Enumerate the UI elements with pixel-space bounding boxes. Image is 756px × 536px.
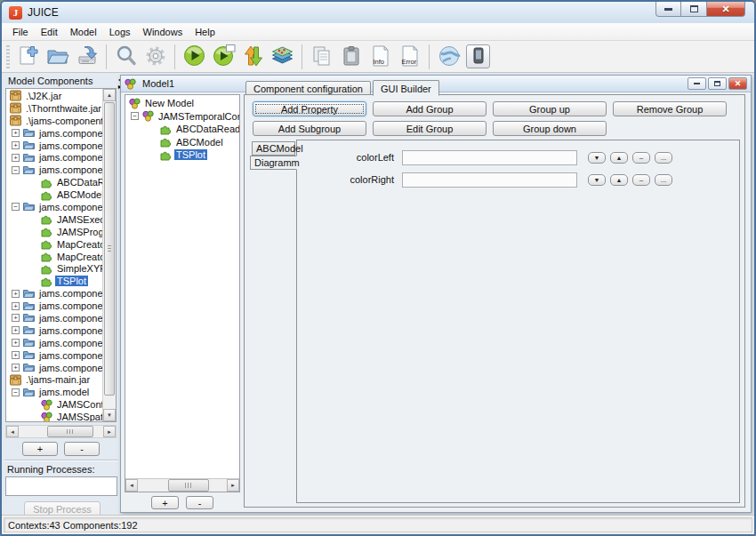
running-processes-list[interactable] [5, 476, 117, 496]
tree-item-j2k-jar[interactable]: .\J2K.jar [6, 90, 102, 102]
tree-item-jams-componen[interactable]: +jams.componen [6, 349, 102, 362]
colorright-input[interactable] [402, 172, 577, 188]
tree-item-jamsexecin[interactable]: JAMSExecIn [6, 213, 102, 226]
tree-item-jamsconte[interactable]: JAMSConte [6, 398, 102, 411]
model-remove-button[interactable]: - [186, 496, 213, 509]
move-down-button[interactable]: ▼ [588, 152, 606, 164]
copy-button[interactable] [307, 44, 336, 70]
model-add-button[interactable]: + [151, 496, 179, 509]
expand-icon[interactable]: + [12, 290, 20, 298]
tree-item-new-model[interactable]: New Model [125, 97, 239, 110]
add-property-button[interactable]: Add Property [253, 101, 366, 116]
toolbar-grip[interactable] [6, 45, 10, 68]
menu-edit[interactable]: Edit [35, 24, 64, 40]
move-up-button[interactable]: ▲ [610, 174, 628, 186]
expand-icon[interactable]: + [12, 302, 20, 310]
paste-button[interactable] [336, 44, 366, 70]
scroll-up-icon[interactable]: ▲ [103, 89, 116, 101]
colorleft-input[interactable] [402, 150, 577, 165]
maximize-button[interactable] [681, 2, 707, 17]
collapse-icon[interactable]: − [12, 388, 20, 396]
tree-item-jams-componen[interactable]: +jams.componen [6, 287, 102, 300]
expand-icon[interactable]: + [12, 154, 20, 162]
tree-item-jams-componen[interactable]: −jams.componen [6, 164, 102, 176]
update-arrows-button[interactable] [238, 44, 268, 70]
collapse-icon[interactable]: − [12, 166, 20, 174]
scroll-left-icon[interactable]: ◄ [6, 426, 19, 437]
group-down-button[interactable]: Group down [493, 121, 607, 136]
expand-icon[interactable]: + [12, 351, 20, 359]
tree-item-jams-componen[interactable]: +jams.componen [6, 312, 102, 324]
tree-item-jams-model[interactable]: −jams.model [6, 386, 102, 398]
add-subgroup-button[interactable]: Add Subgroup [253, 121, 366, 136]
add-component-button[interactable]: + [22, 442, 58, 456]
tree-item-jamsspatia[interactable]: JAMSSpatia [6, 411, 102, 421]
menu-model[interactable]: Model [64, 24, 103, 40]
expand-icon[interactable]: + [12, 364, 20, 372]
menu-help[interactable]: Help [189, 24, 221, 40]
tree-item-abcdatareader[interactable]: ABCDataReader [125, 123, 239, 136]
tree-item-mapcreator[interactable]: MapCreator [6, 238, 102, 251]
run-model-gui-button[interactable] [209, 44, 238, 70]
run-model-button[interactable] [180, 44, 209, 70]
tree-item-jamstemporalcontext[interactable]: −JAMSTemporalContext [125, 110, 239, 124]
search-button[interactable] [111, 44, 141, 70]
info-log-button[interactable]: Info [366, 44, 395, 70]
tree-item-jams-components[interactable]: .\jams-components [6, 115, 102, 127]
components-tree-hscrollbar[interactable]: ◄ ► [5, 425, 117, 438]
remove-button[interactable]: – [632, 152, 650, 164]
open-model-button[interactable] [43, 44, 72, 70]
tab-gui-builder[interactable]: GUI Builder [373, 80, 439, 96]
web-button[interactable] [434, 44, 463, 70]
group-up-button[interactable]: Group up [493, 101, 607, 116]
tree-item-mapcreator[interactable]: MapCreator [6, 251, 102, 263]
hscroll-thumb[interactable] [47, 426, 93, 437]
expand-icon[interactable]: + [12, 326, 20, 334]
side-tab-diagramm[interactable]: Diagramm [250, 156, 297, 170]
tree-item-jams-componen[interactable]: +jams.componen [6, 127, 102, 140]
scroll-down-icon[interactable]: ▼ [103, 409, 116, 421]
tab-component-configuration[interactable]: Component configuration [245, 81, 371, 95]
model-tree-hscrollbar[interactable]: ◄ ► [125, 478, 239, 492]
edit-button[interactable]: ... [655, 152, 672, 164]
scroll-right-icon[interactable]: ► [227, 479, 239, 492]
tree-item-abcmodel[interactable]: ABCModel [125, 136, 239, 149]
tree-item-abcmodel[interactable]: ABCModel [6, 188, 102, 201]
expand-icon[interactable]: + [12, 129, 20, 137]
remove-component-button[interactable]: - [64, 442, 100, 456]
tree-item-simplexyplo[interactable]: SimpleXYPlo [6, 262, 102, 275]
move-down-button[interactable]: ▼ [588, 174, 606, 186]
menu-windows[interactable]: Windows [137, 24, 189, 40]
edit-button[interactable]: ... [655, 174, 672, 186]
expand-icon[interactable]: + [12, 314, 20, 322]
tree-item-jamsprogre[interactable]: JAMSProgre [6, 226, 102, 238]
tree-item-jams-componen[interactable]: +jams.componen [6, 151, 102, 164]
components-tree-vscrollbar[interactable]: ▲ ▼ [102, 89, 116, 421]
tree-item-jams-componen[interactable]: +jams.componen [6, 300, 102, 312]
expand-icon[interactable]: + [12, 339, 20, 347]
tree-item-tsplot[interactable]: TSPlot [6, 275, 102, 287]
edit-group-button[interactable]: Edit Group [373, 121, 487, 136]
collapse-icon[interactable]: − [131, 112, 139, 120]
vscroll-thumb[interactable] [104, 102, 115, 396]
tree-item-thornthwaite-jar[interactable]: .\Thornthwaite.jar [6, 102, 102, 115]
close-button[interactable]: ✕ [707, 2, 745, 17]
minimize-button[interactable] [655, 2, 681, 17]
error-log-button[interactable]: Error [395, 44, 424, 70]
collapse-icon[interactable]: − [12, 203, 20, 211]
tree-item-jams-main-jar[interactable]: .\jams-main.jar [6, 373, 102, 386]
layers-button[interactable] [268, 44, 297, 70]
tree-item-tsplot[interactable]: TSPlot [125, 148, 239, 162]
scroll-left-icon[interactable]: ◄ [125, 479, 138, 492]
expand-icon[interactable]: + [12, 141, 20, 149]
tree-item-jams-componen[interactable]: +jams.componen [6, 324, 102, 337]
menu-file[interactable]: File [6, 24, 35, 40]
tree-item-jams-componen[interactable]: −jams.componen [6, 201, 102, 213]
hscroll-thumb[interactable] [168, 479, 209, 492]
tree-item-abcdatare[interactable]: ABCDataRe [6, 176, 102, 188]
move-up-button[interactable]: ▲ [610, 152, 628, 164]
device-toggle-button[interactable] [466, 44, 490, 68]
tree-item-jams-componen[interactable]: +jams.componen [6, 337, 102, 349]
scroll-right-icon[interactable]: ► [103, 426, 116, 437]
remove-group-button[interactable]: Remove Group [613, 101, 727, 116]
